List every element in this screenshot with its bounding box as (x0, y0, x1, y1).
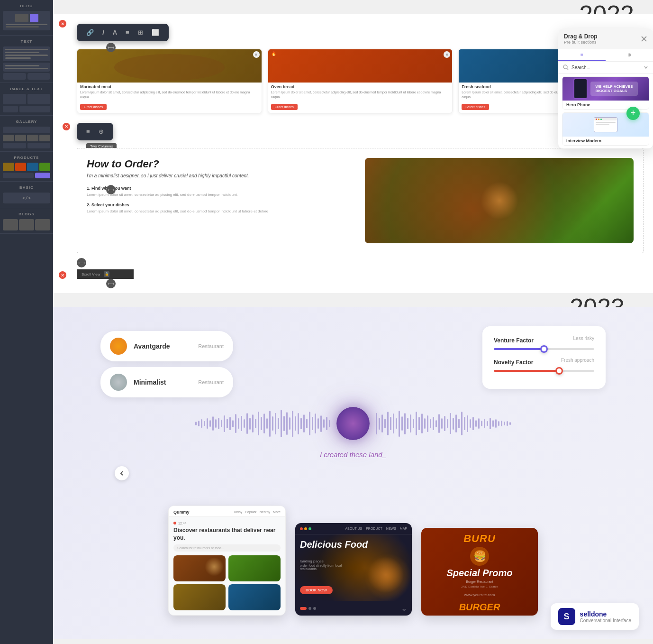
wave-bar (272, 416, 273, 431)
nav-news: NEWS (386, 527, 396, 530)
wave-bar (492, 420, 494, 427)
food-card-1: Marinated meat Lorem ipsum dolor sit ame… (77, 49, 262, 113)
sidebar: HERO TEXT IMAGE & TEXT (0, 0, 53, 644)
toolbar-list-icon[interactable]: ≡ (123, 28, 132, 37)
resize-handle-top[interactable]: ⟷ (106, 43, 116, 52)
toolbar-text-icon[interactable]: I (100, 28, 107, 37)
wave-bar (396, 418, 397, 429)
wave-bar (326, 417, 327, 430)
food-card-close-1[interactable]: ✕ (253, 51, 260, 58)
food-hero-img (365, 158, 634, 243)
resize-handle-bottom[interactable]: ⟷ (106, 185, 116, 194)
resize-handle-mid[interactable]: ⟷ (77, 258, 86, 267)
wave-bar (381, 414, 383, 432)
dnd-card-hero-phone[interactable]: WE HELP ACHIEVESBIGGEST GOALS Hero Phone (562, 76, 649, 110)
sidebar-label-text: TEXT (3, 39, 50, 44)
dnd-search-input[interactable] (571, 65, 641, 70)
food-card-btn-3[interactable]: Select dishes (462, 104, 489, 110)
mobile-app-header: Qummy Today Popular Nearby More (169, 506, 285, 517)
dnd-search-bar (558, 62, 653, 74)
food-card-img-2: 🔥 (268, 49, 453, 83)
badge-text: 12:44 (178, 522, 187, 525)
sidebar-label-gallery: GALLERY (3, 120, 50, 124)
wave-bar (232, 420, 234, 427)
toolbar-link-icon[interactable]: 🔗 (83, 28, 97, 37)
wave-bar (501, 421, 502, 426)
dark-card-subtitle: landing pages (300, 559, 324, 563)
wave-bar (401, 416, 403, 431)
restaurant-card-1[interactable]: Avantgarde Restaurant (100, 331, 233, 361)
dark-card-cta[interactable]: BOOK NOW (300, 586, 333, 594)
two-col-heading: How to Order? (87, 158, 355, 170)
food-card-btn-2[interactable]: Order dishes (271, 104, 298, 110)
toolbar-bold-icon[interactable]: A (110, 28, 120, 37)
novelty-factor-fill (494, 370, 559, 372)
wave-bar (379, 418, 380, 430)
wave-bar (212, 416, 214, 431)
novelty-factor-thumb[interactable] (555, 367, 563, 375)
st2-align-icon[interactable]: ≡ (83, 127, 93, 137)
chevron-left-icon (119, 470, 125, 476)
wave-bar (204, 421, 205, 426)
sidebar-label-products: PRODUCTS (3, 156, 50, 160)
wave-bar (461, 412, 463, 435)
wave-bar (238, 418, 239, 429)
steps-list: 1. Find what you want Lorem ipsum dolor … (87, 186, 355, 214)
wave-bar (275, 413, 276, 434)
selldone-badge: S selldone Conversational Interface (551, 603, 639, 630)
add-card-btn[interactable]: + (626, 107, 640, 120)
wave-bar (306, 419, 308, 428)
nav-left-arrow[interactable] (115, 466, 129, 480)
wave-bar (229, 417, 231, 430)
badge-dot (173, 522, 176, 524)
restaurant-card-2[interactable]: Minimalist Restaurant (100, 367, 233, 397)
food-grid-item-1 (173, 555, 226, 581)
nav-map: MAP (400, 527, 407, 530)
mobile-search-bar[interactable]: Search for restaurants or food... (173, 544, 281, 552)
sidebar-label-hero: HERO (3, 4, 50, 8)
wave-bar (407, 418, 408, 429)
st2-plus-icon[interactable]: ⊕ (96, 127, 107, 137)
wave-bar (435, 420, 437, 427)
dnd-close-icon[interactable] (641, 36, 647, 42)
wave-bar (458, 419, 460, 428)
venture-factor-thumb[interactable] (540, 345, 548, 353)
scroll-view-label: Scroll View (82, 272, 100, 276)
food-card-btn-1[interactable]: Order dishes (80, 104, 107, 110)
food-grid-item-2 (228, 555, 281, 581)
wave-bar (410, 414, 411, 432)
restaurant-name-2: Minimalist (134, 378, 166, 386)
mobile-heading: Discover restaurants that deliver near y… (173, 527, 281, 542)
novelty-factor-hint: Fresh approach (561, 358, 594, 363)
two-col-subtext: I'm a minimalist designer, so I just del… (87, 173, 355, 178)
toolbar-grid-icon[interactable]: ⊞ (135, 28, 146, 37)
wave-bar (320, 415, 322, 432)
dnd-search-chevron-icon (644, 65, 648, 70)
wave-bar (424, 418, 426, 429)
sliders-panel: Venture Factor Less risky Novelty Factor… (482, 326, 606, 389)
dnd-tab-all[interactable]: ≡ (558, 49, 606, 61)
close-section-2-btn[interactable]: ✕ (63, 123, 70, 130)
phone-mockup-mini (573, 78, 588, 99)
wave-bar (504, 422, 505, 425)
wave-bar (472, 417, 474, 430)
close-section-bottom-btn[interactable]: ✕ (59, 271, 66, 279)
food-card-2: 🔥 Oven bread Lorem ipsum dolor sit amet,… (268, 49, 453, 113)
dnd-panel: Drag & Drop Pre built sections ≡ ⊕ (558, 28, 653, 148)
restaurant-cards: Avantgarde Restaurant Minimalist Restaur… (100, 331, 233, 397)
wave-bar (289, 417, 290, 430)
product-card-mobile: Qummy Today Popular Nearby More 12:44 Di… (168, 506, 286, 616)
wave-bar (495, 419, 497, 428)
dark-card-nav: ABOUT US PRODUCT NEWS MAP (345, 527, 407, 530)
venture-factor-label: Venture Factor (494, 337, 534, 344)
mobile-app-nav: Today Popular Nearby More (234, 510, 281, 514)
toolbar-shape-icon[interactable]: ⬜ (149, 28, 162, 37)
sidebar-section-hero: HERO (0, 0, 53, 36)
card-expand-btn[interactable]: ⌄ (401, 604, 407, 613)
close-section-btn[interactable]: ✕ (59, 20, 66, 28)
wave-bar (300, 418, 302, 429)
dnd-tab-list[interactable]: ⊕ (606, 49, 653, 61)
resize-handle-bottom-2[interactable]: ⟷ (106, 279, 116, 288)
mobile-app-logo: Qummy (173, 510, 190, 515)
browser-mockup-mini (594, 117, 617, 132)
